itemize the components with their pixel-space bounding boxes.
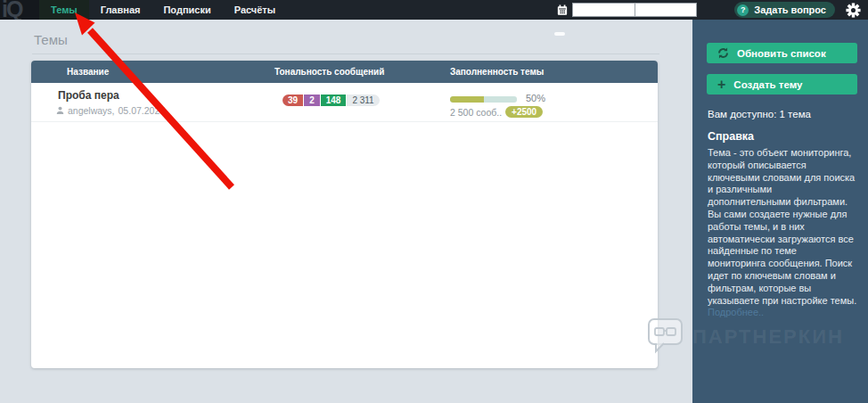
create-theme-button[interactable]: + Создать тему [707, 74, 857, 95]
help-title: Справка [708, 130, 754, 143]
title-divider [32, 53, 659, 54]
nav-tab-subscriptions[interactable]: Подписки [151, 0, 222, 20]
fill-bar-inner [450, 96, 484, 103]
help-paragraph: Тема - это объект мониторинга, который о… [708, 147, 856, 306]
app-logo[interactable]: iQ [0, 0, 39, 20]
negative-count-badge[interactable]: 39 [283, 95, 303, 106]
positive-count-badge[interactable]: 148 [321, 95, 347, 106]
settings-gear-icon[interactable] [846, 3, 861, 18]
collapse-dash-icon [554, 32, 565, 36]
fill-percent-label: 50% [526, 93, 545, 103]
column-header-name[interactable]: Название [67, 61, 109, 83]
theme-author: angelways, [68, 105, 115, 116]
table-header: Название Тональность сообщений Заполненн… [31, 61, 658, 83]
neutral-count-badge[interactable]: 2 [304, 95, 320, 106]
help-more-link[interactable]: Подробнее.. [708, 307, 764, 317]
ask-question-label: Задать вопрос [754, 4, 826, 15]
nav-tab-home[interactable]: Главная [89, 0, 152, 20]
ask-question-button[interactable]: ? Задать вопрос [734, 2, 835, 18]
messages-line: 2 500 сооб.. +2500 [450, 106, 543, 118]
themes-table-card: Название Тональность сообщений Заполненн… [31, 61, 658, 368]
refresh-list-label: Обновить список [737, 48, 826, 59]
refresh-icon [717, 47, 729, 59]
plus-icon: + [717, 77, 725, 93]
page-title: Темы [34, 32, 68, 47]
date-from-input[interactable] [572, 3, 635, 17]
total-count-badge[interactable]: 2 311 [347, 95, 379, 106]
create-theme-label: Создать тему [733, 79, 802, 90]
bonus-badge: +2500 [505, 106, 543, 118]
top-navbar: iQ Темы Главная Подписки Расчёты ? Задат… [0, 0, 868, 20]
tonality-badges: 39 2 148 2 311 [283, 95, 380, 106]
app-logo-text: iQ [2, 0, 21, 20]
table-row[interactable]: Проба пера angelways, 05.07.2023 39 2 14… [31, 83, 658, 122]
main-content: Темы Название Тональность сообщений Запо… [0, 20, 692, 403]
calendar-icon[interactable] [557, 4, 568, 16]
available-themes-text: Вам доступно: 1 тема [708, 109, 811, 119]
help-text: Тема - это объект мониторинга, который о… [708, 147, 857, 319]
theme-date: 05.07.2023 [119, 105, 166, 116]
theme-byline: angelways, 05.07.2023 [56, 105, 165, 116]
navbar-right-group: ? Задать вопрос [557, 0, 868, 20]
fill-progress-bar [450, 96, 517, 103]
date-to-input[interactable] [635, 3, 697, 17]
nav-tab-themes[interactable]: Темы [39, 0, 89, 20]
question-icon: ? [737, 4, 749, 16]
nav-tab-calculations[interactable]: Расчёты [223, 0, 287, 20]
messages-count: 2 500 сооб.. [450, 107, 502, 118]
refresh-list-button[interactable]: Обновить список [707, 43, 857, 63]
column-header-tonality[interactable]: Тональность сообщений [274, 61, 384, 83]
column-header-fill[interactable]: Заполненность темы [450, 61, 544, 83]
user-icon [56, 105, 64, 116]
theme-name[interactable]: Проба пера [58, 89, 119, 102]
right-sidebar: Обновить список + Создать тему Вам досту… [692, 20, 868, 403]
